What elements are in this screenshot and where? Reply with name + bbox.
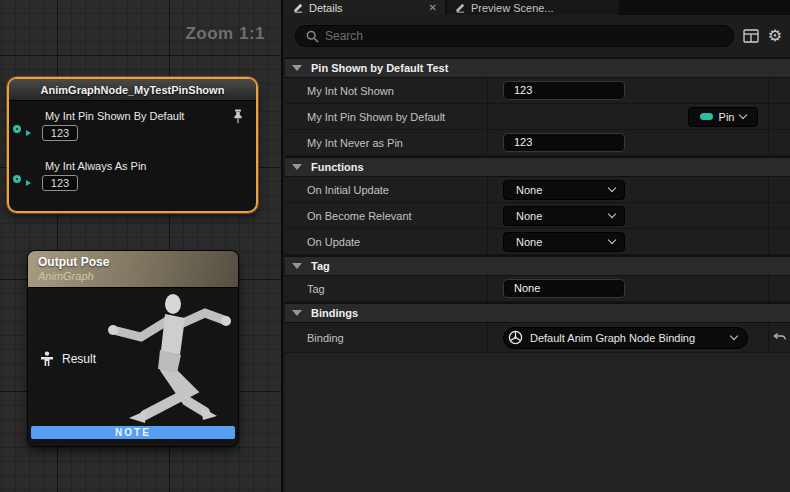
property-label: On Initial Update <box>285 177 488 202</box>
section-tag[interactable]: Tag <box>285 255 790 276</box>
property-label: Tag <box>285 276 488 301</box>
search-input[interactable] <box>325 29 723 43</box>
property-matrix-icon[interactable] <box>743 29 759 43</box>
search-icon <box>306 30 319 43</box>
on-update-dropdown[interactable]: None <box>503 232 625 252</box>
chevron-down-icon <box>608 236 616 244</box>
pushpin-icon[interactable] <box>232 109 244 124</box>
details-empty-area <box>285 353 790 492</box>
property-label: Binding <box>285 323 488 352</box>
zoom-level-label: Zoom 1:1 <box>185 24 265 44</box>
close-icon[interactable]: ✕ <box>429 3 437 13</box>
section-pin-shown-by-default-test[interactable]: Pin Shown by Default Test <box>285 57 790 78</box>
chevron-down-icon <box>292 263 302 269</box>
row-my-int-never-as-pin: My Int Never as Pin 123 <box>285 130 790 156</box>
mannequin-figure <box>86 289 236 439</box>
property-label: On Become Relevant <box>285 203 488 228</box>
graph-node-my-test-pin-shown[interactable]: AnimGraphNode_MyTestPinShown My Int Pin … <box>7 77 258 213</box>
row-my-int-not-shown: My Int Not Shown 123 <box>285 78 790 104</box>
pin-mode-dropdown[interactable]: Pin <box>688 107 758 127</box>
property-label: My Int Not Shown <box>285 78 488 103</box>
property-label: My Int Never as Pin <box>285 130 488 155</box>
result-pose-pin[interactable]: Result <box>40 351 96 367</box>
binding-wheel-icon <box>508 330 523 345</box>
my-int-not-shown-field[interactable]: 123 <box>503 81 625 100</box>
section-bindings[interactable]: Bindings <box>285 302 790 323</box>
output-pose-title-bar[interactable]: Output Pose AnimGraph <box>28 251 238 288</box>
chevron-down-icon <box>739 111 747 119</box>
section-functions[interactable]: Functions <box>285 156 790 177</box>
property-label: On Update <box>285 229 488 254</box>
pin-value-field[interactable]: 123 <box>42 125 78 141</box>
tab-details[interactable]: Details ✕ <box>285 0 445 15</box>
details-pen-icon <box>455 2 466 13</box>
node-subtitle: AnimGraph <box>38 270 238 282</box>
pose-person-icon <box>40 351 54 367</box>
row-on-initial-update: On Initial Update None <box>285 177 790 203</box>
chevron-down-icon <box>608 184 616 192</box>
pin-label: My Int Always As Pin <box>45 160 146 172</box>
chevron-down-icon <box>292 310 302 316</box>
anim-graph-canvas[interactable]: Zoom 1:1 AnimGraphNode_MyTestPinShown My… <box>0 0 283 492</box>
chevron-down-icon <box>292 65 302 71</box>
chevron-down-icon <box>608 210 616 218</box>
chevron-down-icon <box>292 164 302 170</box>
details-panel: Details ✕ Preview Scene... <box>285 0 790 492</box>
chevron-down-icon <box>730 332 738 340</box>
pin-pill-icon <box>700 113 713 120</box>
row-binding: Binding Default Anim Graph Node Binding <box>285 323 790 353</box>
pin-value-field[interactable]: 123 <box>42 175 78 191</box>
unreal-anim-blueprint-editor: Zoom 1:1 AnimGraphNode_MyTestPinShown My… <box>0 0 790 492</box>
node-title: Output Pose <box>38 255 238 269</box>
panel-tab-bar: Details ✕ Preview Scene... <box>285 0 790 15</box>
node-title-bar[interactable]: AnimGraphNode_MyTestPinShown <box>9 79 256 101</box>
on-become-relevant-dropdown[interactable]: None <box>503 206 625 226</box>
property-label: My Int Pin Shown by Default <box>285 104 488 129</box>
tab-label: Details <box>309 2 343 14</box>
tab-label: Preview Scene... <box>471 2 554 14</box>
int-pin-connector[interactable] <box>13 175 21 183</box>
row-my-int-pin-shown-by-default: My Int Pin Shown by Default Pin <box>285 104 790 130</box>
on-initial-update-dropdown[interactable]: None <box>503 180 625 200</box>
binding-dropdown[interactable]: Default Anim Graph Node Binding <box>503 327 748 349</box>
search-field[interactable] <box>295 25 734 47</box>
gear-icon[interactable]: ⚙ <box>768 28 782 44</box>
result-pin-label: Result <box>62 352 96 366</box>
reset-to-default-icon[interactable] <box>773 332 787 344</box>
search-toolbar: ⚙ <box>285 15 790 57</box>
details-pen-icon <box>293 2 304 13</box>
graph-node-output-pose[interactable]: Output Pose AnimGraph <box>27 250 239 447</box>
row-on-become-relevant: On Become Relevant None <box>285 203 790 229</box>
row-on-update: On Update None <box>285 229 790 255</box>
tag-field[interactable]: None <box>503 279 625 298</box>
int-pin-connector[interactable] <box>13 125 21 133</box>
pin-label: My Int Pin Shown By Default <box>45 110 184 122</box>
note-banner: NOTE <box>31 426 235 439</box>
tab-preview-scene[interactable]: Preview Scene... <box>447 0 619 15</box>
my-int-never-as-pin-field[interactable]: 123 <box>503 133 625 152</box>
row-tag: Tag None <box>285 276 790 302</box>
